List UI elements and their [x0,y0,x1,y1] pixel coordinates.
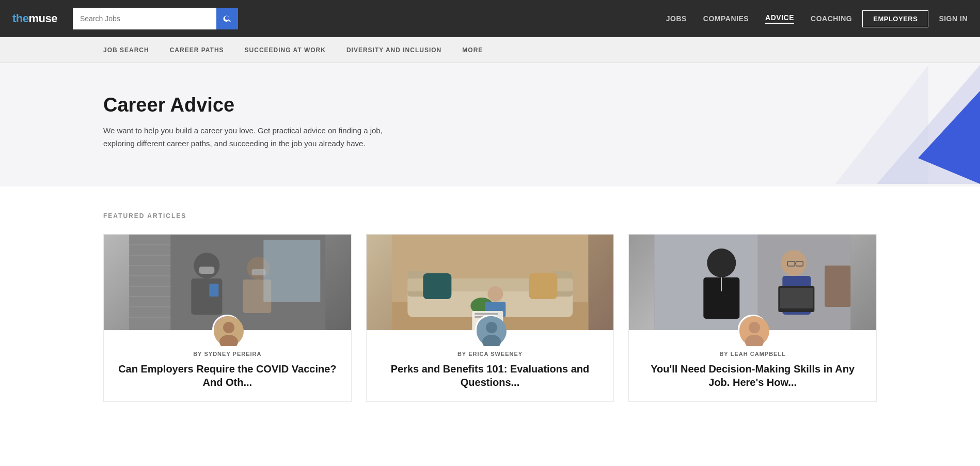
article-author-1: BY SYDNEY PEREIRA [116,351,339,357]
signin-link[interactable]: SIGN IN [939,14,968,23]
article-author-3: BY LEAH CAMPBELL [641,351,864,357]
site-header: themuse JOBS COMPANIES ADVICE COACHING E… [0,0,980,37]
employers-button[interactable]: EMPLOYERS [862,10,928,27]
section-label: FEATURED ARTICLES [103,212,877,220]
article-title-2: Perks and Benefits 101: Evaluations and … [379,362,602,389]
article-card-1[interactable]: BY SYDNEY PEREIRA Can Employers Require … [103,234,352,402]
hero-title: Career Advice [103,94,877,116]
svg-rect-28 [423,273,451,299]
avatar-image-svg-1 [214,316,244,346]
article-body-3: BY LEAH CAMPBELL You'll Need Decision-Ma… [629,345,876,401]
article-avatar-1 [212,315,242,345]
search-icon [223,14,232,23]
svg-rect-29 [529,273,557,299]
main-nav: JOBS COMPANIES ADVICE COACHING [666,13,852,24]
svg-rect-53 [825,266,851,307]
articles-grid: BY SYDNEY PEREIRA Can Employers Require … [103,234,877,402]
svg-rect-15 [199,267,214,274]
sub-nav-job-search[interactable]: JOB SEARCH [103,46,149,54]
svg-rect-18 [263,240,320,302]
article-avatar-3 [738,315,768,345]
search-button[interactable] [216,8,238,29]
article-avatar-wrapper-1 [104,315,351,345]
article-avatar-wrapper-2 [367,315,614,345]
search-bar [73,8,238,29]
article-title-1: Can Employers Require the COVID Vaccine?… [116,362,339,389]
avatar-image-svg-3 [739,316,769,346]
site-logo[interactable]: themuse [12,12,57,25]
article-body-1: BY SYDNEY PEREIRA Can Employers Require … [104,345,351,401]
sub-nav-succeeding-at-work[interactable]: SUCCEEDING AT WORK [245,46,326,54]
article-title-3: You'll Need Decision-Making Skills in An… [641,362,864,389]
svg-rect-52 [780,288,813,308]
article-author-2: BY ERICA SWEENEY [379,351,602,357]
svg-rect-17 [209,284,218,297]
svg-point-55 [749,322,760,333]
nav-jobs[interactable]: JOBS [666,14,687,23]
svg-point-38 [486,322,497,333]
nav-coaching[interactable]: COACHING [811,14,852,23]
svg-point-32 [487,286,503,302]
search-input[interactable] [73,8,216,29]
article-card-3[interactable]: BY LEAH CAMPBELL You'll Need Decision-Ma… [628,234,877,402]
article-body-2: BY ERICA SWEENEY Perks and Benefits 101:… [367,345,614,401]
avatar-image-svg-2 [477,316,507,346]
nav-advice[interactable]: ADVICE [765,13,794,24]
svg-point-20 [223,322,234,333]
featured-articles-section: FEATURED ARTICLES [0,187,980,423]
article-avatar-wrapper-3 [629,315,876,345]
article-card-2[interactable]: BY ERICA SWEENEY Perks and Benefits 101:… [366,234,614,402]
svg-rect-16 [251,269,265,275]
hero-decoration [825,63,980,187]
hero-description: We want to help you build a career you l… [103,125,392,150]
article-avatar-2 [475,315,505,345]
hero-section: Career Advice We want to help you build … [0,63,980,187]
svg-point-11 [194,253,219,278]
logo-text-muse: muse [29,12,57,25]
sub-nav-diversity-inclusion[interactable]: DIVERSITY AND INCLUSION [346,46,441,54]
sub-nav: JOB SEARCH CAREER PATHS SUCCEEDING AT WO… [0,37,980,63]
nav-companies[interactable]: COMPANIES [703,14,749,23]
svg-point-43 [707,248,736,277]
sub-nav-career-paths[interactable]: CAREER PATHS [170,46,224,54]
sub-nav-more[interactable]: MORE [462,46,483,54]
logo-text-the: the [12,12,29,25]
